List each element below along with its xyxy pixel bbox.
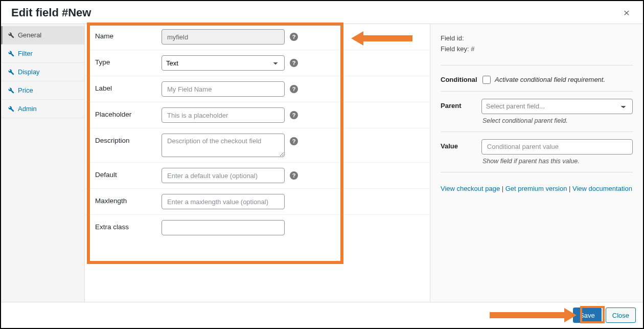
- value-input[interactable]: [481, 139, 633, 155]
- type-select[interactable]: Text: [162, 55, 285, 71]
- sidebar-item-display[interactable]: Display: [1, 63, 84, 81]
- view-checkout-link[interactable]: View checkout page: [441, 185, 500, 192]
- maxlength-input[interactable]: [162, 194, 285, 209]
- field-id-label: Field id:: [441, 33, 633, 44]
- extra-class-input[interactable]: [162, 220, 285, 235]
- label-input[interactable]: [162, 81, 285, 97]
- default-input[interactable]: [162, 168, 285, 183]
- placeholder-input[interactable]: [162, 107, 285, 123]
- field-key-label: Field key: #: [441, 44, 633, 55]
- parent-helper: Select conditional parent field.: [482, 117, 633, 124]
- type-label: Type: [95, 55, 156, 66]
- help-icon[interactable]: ?: [290, 85, 298, 93]
- right-panel: Field id: Field key: # Conditional Activ…: [430, 24, 643, 302]
- close-icon[interactable]: ×: [620, 7, 633, 19]
- sidebar-item-label: Filter: [18, 50, 33, 57]
- value-helper: Show field if parent has this value.: [482, 158, 633, 165]
- sidebar: General Filter Display Price Admin: [1, 24, 85, 302]
- default-label: Default: [95, 168, 156, 179]
- value-label: Value: [441, 139, 475, 150]
- modal-title: Edit field #New: [11, 6, 91, 19]
- sidebar-item-label: Price: [18, 86, 33, 94]
- main-panel: Name ? Type Text ? Label ? Pla: [85, 24, 430, 302]
- name-label: Name: [95, 29, 156, 40]
- parent-label: Parent: [441, 99, 475, 109]
- conditional-label: Conditional: [441, 73, 476, 83]
- sidebar-item-label: General: [18, 31, 41, 39]
- view-docs-link[interactable]: View documentation: [572, 185, 632, 192]
- sidebar-item-filter[interactable]: Filter: [1, 45, 84, 63]
- description-label: Description: [95, 134, 156, 144]
- modal-footer: Save Close: [1, 302, 643, 328]
- save-button[interactable]: Save: [573, 308, 602, 323]
- maxlength-label: Maxlength: [95, 194, 156, 205]
- sidebar-item-label: Display: [18, 68, 40, 76]
- wrench-icon: [8, 106, 14, 112]
- sidebar-item-price[interactable]: Price: [1, 81, 84, 100]
- name-input[interactable]: [162, 29, 285, 45]
- description-textarea[interactable]: [162, 134, 285, 157]
- wrench-icon: [8, 69, 14, 75]
- help-icon[interactable]: ?: [290, 171, 298, 180]
- right-links: View checkout page | Get premium version…: [441, 185, 633, 192]
- parent-select[interactable]: Select parent field...: [481, 99, 633, 114]
- sidebar-item-general[interactable]: General: [1, 26, 84, 45]
- sidebar-item-label: Admin: [18, 105, 37, 113]
- help-icon[interactable]: ?: [290, 137, 298, 145]
- help-icon[interactable]: ?: [290, 111, 298, 119]
- get-premium-link[interactable]: Get premium version: [505, 185, 567, 192]
- close-button[interactable]: Close: [606, 308, 636, 323]
- help-icon[interactable]: ?: [290, 59, 298, 67]
- placeholder-label: Placeholder: [95, 107, 156, 118]
- label-label: Label: [95, 81, 156, 92]
- conditional-checkbox[interactable]: [482, 76, 491, 84]
- wrench-icon: [8, 32, 14, 38]
- wrench-icon: [8, 87, 14, 94]
- wrench-icon: [8, 51, 14, 57]
- extra-class-label: Extra class: [95, 220, 156, 231]
- conditional-check-label: Activate conditional field requirement.: [495, 76, 605, 83]
- sidebar-item-admin[interactable]: Admin: [1, 100, 84, 118]
- help-icon[interactable]: ?: [290, 33, 298, 41]
